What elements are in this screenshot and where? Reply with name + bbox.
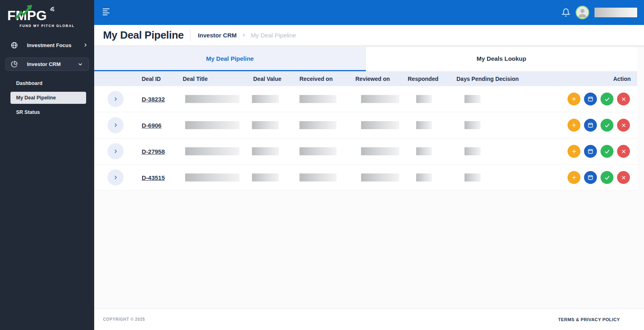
placeholder-bar [299, 173, 336, 182]
sidebar-item-label: Investor CRM [27, 61, 78, 67]
add-button[interactable] [568, 93, 580, 105]
brand-tagline: FUND MY PITCH GLOBAL [0, 24, 94, 28]
placeholder-bar [185, 121, 239, 129]
terms-privacy-link[interactable]: TERMS & PRIVACY POLICY [558, 317, 644, 322]
main-area: My Deal Pipeline Investor CRM My Deal Pi… [94, 0, 644, 330]
schedule-button[interactable] [584, 119, 597, 132]
approve-button[interactable] [601, 145, 613, 158]
breadcrumb-current: My Deal Pipeline [251, 32, 296, 39]
column-header: Reviewed on [352, 76, 405, 82]
placeholder-bar [299, 147, 336, 155]
column-header: Days Pending Decision [452, 76, 547, 82]
tab-my-deal-pipeline[interactable]: My Deal Pipeline [94, 47, 366, 71]
sidebar-item-dashboard[interactable]: Dashboard [10, 77, 86, 89]
tab-bar: My Deal Pipeline My Deals Lookup [94, 47, 637, 71]
chevron-down-icon [78, 62, 83, 67]
placeholder-bar [299, 95, 336, 103]
placeholder-bar [185, 147, 239, 155]
chevron-right-icon [83, 43, 88, 47]
placeholder-bar [464, 95, 481, 103]
fmpg-logo-icon: FMPG [0, 3, 60, 23]
sidebar: FMPG FUND MY PITCH GLOBAL Investment Foc… [0, 0, 94, 330]
user-name-placeholder [594, 8, 637, 17]
copyright-text: COPYRIGHT © 2025 [94, 317, 145, 322]
placeholder-bar [252, 147, 279, 155]
placeholder-bar [361, 121, 399, 129]
placeholder-bar [416, 173, 432, 182]
column-header: Deal Title [179, 76, 249, 82]
breadcrumb: Investor CRM My Deal Pipeline [198, 32, 296, 39]
footer: COPYRIGHT © 2025 TERMS & PRIVACY POLICY [94, 308, 644, 330]
pie-chart-icon [11, 61, 18, 68]
divider [190, 29, 190, 41]
sidebar-subitem-label: SR Status [16, 109, 40, 115]
deal-id-link[interactable]: D-43515 [132, 174, 165, 181]
column-header: Received on [297, 76, 352, 82]
content-spacer [94, 191, 644, 308]
chevron-right-icon [242, 33, 246, 37]
deal-id-link[interactable]: D-27958 [132, 148, 165, 155]
person-icon [576, 6, 588, 19]
menu-toggle-icon[interactable] [103, 8, 110, 16]
table-row: D-6906 [94, 112, 637, 138]
schedule-button[interactable] [584, 145, 597, 158]
placeholder-bar [252, 121, 279, 129]
user-avatar[interactable] [576, 6, 589, 19]
approve-button[interactable] [601, 93, 613, 105]
sidebar-item-investment-focus[interactable]: Investment Focus [0, 38, 94, 52]
deal-id-link[interactable]: D-6906 [132, 122, 161, 129]
expand-row-button[interactable] [107, 117, 124, 133]
placeholder-bar [416, 95, 432, 103]
breadcrumb-parent[interactable]: Investor CRM [198, 32, 237, 39]
approve-button[interactable] [601, 119, 613, 132]
placeholder-bar [464, 121, 481, 129]
schedule-button[interactable] [584, 93, 597, 105]
column-header-action: Action [547, 76, 637, 82]
deals-table: Deal ID Deal Title Deal Value Received o… [94, 71, 637, 191]
expand-row-button[interactable] [107, 143, 124, 159]
reject-button[interactable] [617, 171, 630, 184]
deal-id-link[interactable]: D-38232 [132, 96, 165, 103]
placeholder-bar [361, 95, 399, 103]
reject-button[interactable] [617, 145, 630, 158]
table-row: D-27958 [94, 138, 637, 165]
sidebar-subitem-label: My Deal Pipeline [16, 95, 56, 101]
page-title: My Deal Pipeline [103, 29, 184, 41]
reject-button[interactable] [617, 93, 630, 105]
placeholder-bar [299, 121, 336, 129]
table-row: D-43515 [94, 165, 637, 191]
table-header-row: Deal ID Deal Title Deal Value Received o… [94, 71, 637, 86]
add-button[interactable] [568, 171, 580, 184]
expand-row-button[interactable] [107, 169, 124, 186]
placeholder-bar [464, 173, 481, 182]
placeholder-bar [361, 173, 399, 182]
tab-my-deals-lookup[interactable]: My Deals Lookup [366, 47, 638, 71]
add-button[interactable] [568, 145, 580, 158]
table-row: D-38232 [94, 86, 637, 112]
notifications-bell-icon[interactable] [561, 8, 570, 17]
expand-row-button[interactable] [107, 91, 124, 107]
sidebar-item-my-deal-pipeline[interactable]: My Deal Pipeline [10, 92, 86, 104]
column-header: Deal Value [249, 76, 297, 82]
globe-icon [11, 42, 18, 49]
add-button[interactable] [568, 119, 580, 132]
sidebar-item-sr-status[interactable]: SR Status [10, 106, 86, 118]
placeholder-bar [185, 173, 239, 182]
placeholder-bar [464, 147, 481, 155]
sidebar-subitem-label: Dashboard [16, 80, 42, 86]
sidebar-item-investor-crm[interactable]: Investor CRM [5, 58, 89, 71]
brand-logo: FMPG FUND MY PITCH GLOBAL [0, 0, 94, 29]
reject-button[interactable] [617, 119, 630, 132]
placeholder-bar [416, 121, 432, 129]
sidebar-nav: Investment Focus Investor CRM Dashboard … [0, 38, 94, 118]
approve-button[interactable] [601, 171, 613, 184]
topbar [94, 0, 644, 25]
schedule-button[interactable] [584, 171, 597, 184]
column-header: Responded [405, 76, 452, 82]
placeholder-bar [361, 147, 399, 155]
sidebar-item-label: Investment Focus [27, 42, 83, 48]
placeholder-bar [252, 95, 279, 103]
placeholder-bar [252, 173, 279, 182]
column-header: Deal ID [132, 76, 179, 82]
placeholder-bar [416, 147, 432, 155]
